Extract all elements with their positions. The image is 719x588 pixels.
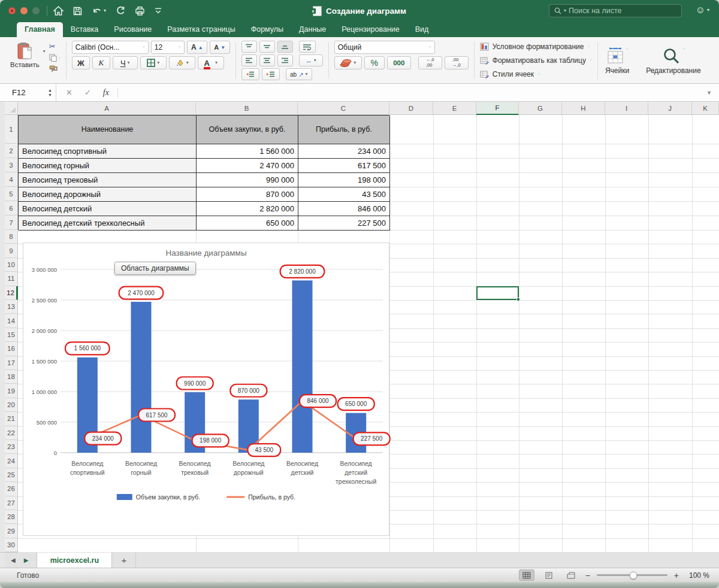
page-break-view-button[interactable] — [563, 569, 579, 581]
row-header-3[interactable]: 3 — [5, 158, 18, 172]
zoom-in-button[interactable]: + — [674, 571, 679, 580]
row-header-19[interactable]: 19 — [5, 384, 18, 398]
row-header-4[interactable]: 4 — [5, 172, 18, 187]
prev-sheet-icon[interactable]: ◀ — [11, 557, 16, 563]
row-header-21[interactable]: 21 — [5, 412, 18, 426]
normal-view-button[interactable] — [519, 569, 534, 581]
table-row-2-profit[interactable]: 617 500 — [298, 159, 390, 173]
copy-button[interactable]: ▾ — [49, 54, 61, 62]
increase-indent-button[interactable] — [262, 68, 280, 80]
row-header-14[interactable]: 14 — [5, 314, 18, 328]
tab-8[interactable]: Вид — [407, 22, 437, 37]
name-box-steppers[interactable]: ▲▼ — [48, 88, 52, 97]
merge-center-button[interactable]: ↔▾ — [299, 54, 323, 66]
row-header-26[interactable]: 26 — [5, 482, 18, 496]
undo-icon[interactable]: ▾ — [92, 7, 106, 16]
wrap-text-button[interactable] — [299, 41, 316, 53]
number-format-select[interactable]: Общий ▾ — [334, 41, 435, 54]
page-layout-view-button[interactable] — [541, 569, 557, 581]
align-right-button[interactable] — [277, 54, 293, 66]
percent-style-button[interactable]: % — [364, 56, 385, 69]
row-header-17[interactable]: 17 — [5, 356, 18, 370]
row-header-29[interactable]: 29 — [5, 524, 18, 538]
row-header-27[interactable]: 27 — [5, 496, 18, 510]
format-as-table-button[interactable]: Форматировать как таблицу ▾ — [480, 54, 592, 66]
editing-group-button[interactable]: ▾ Редактирование — [640, 41, 706, 80]
table-row-4-profit[interactable]: 43 500 — [298, 187, 390, 202]
align-top-button[interactable] — [241, 41, 257, 53]
save-icon[interactable] — [73, 7, 82, 16]
decrease-decimal-button[interactable]: ,00→,0 — [445, 56, 469, 69]
format-painter-button[interactable] — [49, 65, 61, 72]
toolbar-options-icon[interactable] — [155, 7, 162, 14]
table-row-6-profit[interactable]: 227 500 — [298, 216, 390, 231]
cells-group-button[interactable]: ▾ Ячейки — [599, 41, 635, 80]
zoom-slider-knob[interactable] — [630, 571, 638, 579]
font-size-select[interactable]: 12 ▾ — [151, 41, 185, 54]
font-name-select[interactable]: Calibri (Осн... ▾ — [72, 41, 149, 54]
column-header-J[interactable]: J — [648, 102, 692, 115]
close-window-button[interactable] — [8, 7, 16, 14]
tab-5[interactable]: Формулы — [243, 22, 291, 37]
table-row-6-name[interactable]: Велосипед детский трехколесный — [19, 216, 197, 231]
row-header-12[interactable]: 12 — [5, 286, 18, 300]
table-row-1-name[interactable]: Велосипед спортивный — [19, 144, 197, 159]
row-header-28[interactable]: 28 — [5, 510, 18, 524]
orientation-button[interactable]: ab↗▾ — [286, 68, 312, 80]
table-row-2-volume[interactable]: 2 470 000 — [197, 159, 298, 173]
zoom-slider[interactable] — [597, 574, 667, 576]
table-row-5-volume[interactable]: 2 820 000 — [197, 202, 298, 216]
table-row-4-name[interactable]: Велосипед дорожный — [19, 187, 197, 202]
cell-styles-button[interactable]: Стили ячеек ▾ — [480, 68, 592, 80]
row-header-20[interactable]: 20 — [5, 398, 18, 412]
insert-function-icon[interactable]: fx — [103, 88, 109, 98]
comma-style-button[interactable]: 000 — [387, 56, 411, 69]
print-icon[interactable] — [135, 6, 145, 16]
row-header-6[interactable]: 6 — [5, 201, 18, 216]
feedback-smiley-icon[interactable]: ☺ ▾ — [696, 5, 709, 16]
table-row-1-volume[interactable]: 1 560 000 — [197, 144, 298, 159]
selected-cell-F12[interactable] — [476, 286, 519, 300]
next-sheet-icon[interactable]: ▶ — [24, 557, 29, 563]
grow-font-button[interactable]: A▲ — [187, 41, 207, 54]
row-header-24[interactable]: 24 — [5, 454, 18, 468]
align-center-button[interactable] — [259, 54, 275, 66]
column-header-K[interactable]: K — [692, 102, 719, 115]
column-header-C[interactable]: C — [298, 102, 389, 115]
grid[interactable]: Название диаграммы Область диаграммы 050… — [5, 102, 719, 552]
shrink-font-button[interactable]: A▼ — [210, 41, 230, 54]
search-input[interactable]: ▾ Поиск на листе — [549, 4, 682, 17]
home-icon[interactable] — [53, 6, 64, 16]
data-table[interactable]: НаименованиеОбъем закупки, в руб.Прибыль… — [18, 115, 389, 230]
tab-1[interactable]: Главная — [17, 22, 63, 37]
row-header-2[interactable]: 2 — [5, 144, 18, 158]
row-header-23[interactable]: 23 — [5, 440, 18, 454]
column-header-D[interactable]: D — [389, 102, 433, 115]
confirm-entry-icon[interactable]: ✓ — [84, 88, 91, 97]
table-row-2-name[interactable]: Велосипед горный — [19, 159, 197, 173]
paste-button[interactable]: Вставить — [10, 42, 40, 72]
currency-format-button[interactable]: ▾ — [334, 56, 362, 69]
paste-caret-icon[interactable]: ▾ — [43, 49, 46, 72]
row-header-11[interactable]: 11 — [5, 272, 18, 286]
fill-color-button[interactable]: ▾ — [169, 56, 195, 69]
add-sheet-button[interactable]: + — [112, 553, 136, 568]
table-row-5-profit[interactable]: 846 000 — [298, 202, 390, 216]
row-header-15[interactable]: 15 — [5, 328, 18, 342]
table-row-3-name[interactable]: Велосипед трековый — [19, 173, 197, 187]
align-left-button[interactable] — [241, 54, 257, 66]
row-header-1[interactable]: 1 — [5, 115, 18, 144]
column-header-E[interactable]: E — [433, 102, 476, 115]
table-row-4-volume[interactable]: 870 000 — [197, 187, 298, 202]
row-header-18[interactable]: 18 — [5, 370, 18, 384]
tab-7[interactable]: Рецензирование — [334, 22, 407, 37]
undo-caret-icon[interactable]: ▾ — [104, 8, 106, 13]
column-header-A[interactable]: A — [18, 102, 196, 115]
row-header-16[interactable]: 16 — [5, 342, 18, 356]
row-header-8[interactable]: 8 — [5, 230, 18, 244]
row-header-7[interactable]: 7 — [5, 216, 18, 230]
row-header-13[interactable]: 13 — [5, 300, 18, 314]
row-header-10[interactable]: 10 — [5, 258, 18, 272]
formula-bar-expand-icon[interactable]: ▼ — [706, 90, 712, 96]
cancel-entry-icon[interactable]: ✕ — [66, 88, 72, 97]
